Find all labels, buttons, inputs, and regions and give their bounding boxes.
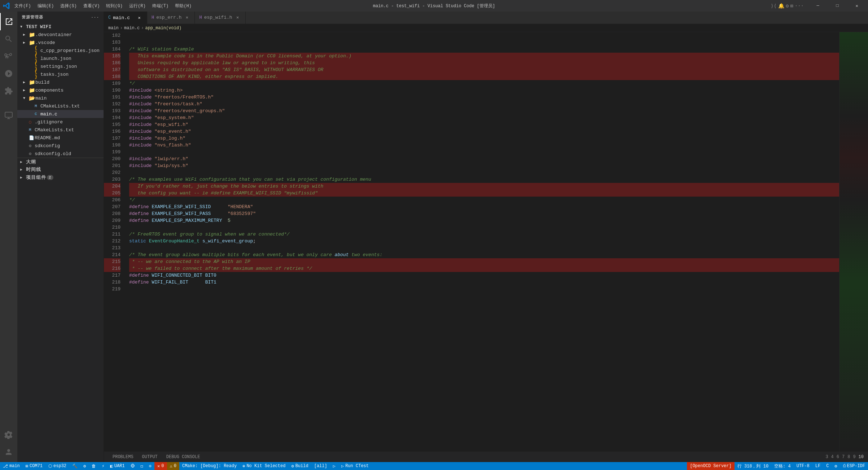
activity-account[interactable] xyxy=(0,443,17,461)
code-line xyxy=(129,224,839,231)
status-all[interactable]: [all] xyxy=(311,462,330,470)
code-line xyxy=(129,149,839,155)
tree-item[interactable]: ▶ 📁 components xyxy=(17,86,104,94)
tree-item[interactable]: { } tasks.json xyxy=(17,70,104,78)
breadcrumb-file[interactable]: main.c xyxy=(124,26,140,31)
tree-item[interactable]: ▼ 📂 main xyxy=(17,94,104,102)
menu-select[interactable]: 选择(S) xyxy=(57,1,80,10)
code-line: #include "lwip/sys.h" xyxy=(129,162,839,169)
sidebar-section-projects[interactable]: ▶ 项目组件 2 xyxy=(17,173,104,181)
close-button[interactable]: ✕ xyxy=(849,0,865,12)
activity-extensions[interactable] xyxy=(0,82,17,100)
code-content[interactable]: /* WiFi station Example This example cod… xyxy=(125,32,839,451)
panel-tab-output[interactable]: OUTPUT xyxy=(138,453,162,461)
panel-tab-problems[interactable]: PROBLEMS xyxy=(108,453,138,461)
status-monitor[interactable]: ⭗ xyxy=(128,462,138,470)
tree-item[interactable]: ⚙ sdkconfig xyxy=(17,142,104,150)
tab-main-c[interactable]: C main.c ✕ xyxy=(104,12,147,24)
activity-run[interactable] xyxy=(0,65,17,82)
tree-item[interactable]: 📄 README.md xyxy=(17,134,104,142)
breadcrumb-func[interactable]: app_main(void) xyxy=(145,26,181,31)
menu-file[interactable]: 文件(F) xyxy=(12,1,34,10)
code-line: * -- we failed to connect after the maxi… xyxy=(129,265,839,272)
tree-item[interactable]: ◌ .gitignore xyxy=(17,118,104,126)
minimize-button[interactable]: ─ xyxy=(810,0,826,12)
activity-git[interactable] xyxy=(0,48,17,65)
status-bar: ⎇ main ⊞ COM71 ⬡ esp32 🔨 ⚙ 🗑 ⚡ ◧ UAR1 ⭗ xyxy=(0,462,868,470)
tree-item[interactable]: { } c_cpp_properties.json xyxy=(17,47,104,54)
code-line: #include "nvs_flash.h" xyxy=(129,142,839,149)
status-run[interactable]: ▷ xyxy=(330,462,338,470)
menu-terminal[interactable]: 终端(T) xyxy=(149,1,172,10)
status-run-ctest[interactable]: ▷ Run CTest xyxy=(338,462,372,470)
tree-item-main-c[interactable]: C main.c xyxy=(17,110,104,118)
tree-item[interactable]: ▶ 📁 .vscode xyxy=(17,39,104,47)
tree-item[interactable]: ▶ 📁 .devcontainer xyxy=(17,31,104,39)
menu-help[interactable]: 帮助(H) xyxy=(172,1,194,10)
status-com[interactable]: ⊞ COM71 xyxy=(23,462,45,470)
status-uart[interactable]: ◧ UAR1 xyxy=(108,462,128,470)
status-settings-icon[interactable]: ⚙ xyxy=(80,462,89,470)
c-icon: C xyxy=(108,15,111,20)
tab-esp-wifi-h[interactable]: H esp_wifi.h ✕ xyxy=(195,12,245,24)
status-errors[interactable]: ✕ 0 xyxy=(154,462,167,470)
folder-icon: 📁 xyxy=(29,79,35,85)
panel-tab-debug[interactable]: DEBUG CONSOLE xyxy=(162,453,205,461)
menu-goto[interactable]: 转到(G) xyxy=(103,1,126,10)
notifications-icon[interactable]: 🔔 xyxy=(778,3,784,9)
tree-item[interactable]: ⚙ sdkconfig.old xyxy=(17,150,104,158)
tree-item[interactable]: M CMakeLists.txt xyxy=(17,102,104,110)
tree-item[interactable]: { } settings.json xyxy=(17,62,104,70)
status-esp-idf[interactable]: ⎙ ESP-IDF xyxy=(840,462,868,470)
status-kit[interactable]: ⊕ No Kit Selected xyxy=(240,462,288,470)
status-flash-icon[interactable]: ⚡ xyxy=(99,462,107,470)
activity-search[interactable] xyxy=(0,30,17,48)
status-screen[interactable]: ◻ xyxy=(138,462,146,470)
status-warnings[interactable]: ⚠ 0 xyxy=(167,462,179,470)
sidebar-section-outline[interactable]: ▶ 大纲 xyxy=(17,158,104,166)
sidebar-section-timeline[interactable]: ▶ 时间线 xyxy=(17,166,104,173)
tab-close-button[interactable]: ✕ xyxy=(184,14,190,21)
layout-icon[interactable]: ⊞ xyxy=(790,3,793,9)
maximize-button[interactable]: □ xyxy=(829,0,846,12)
tab-close-button[interactable]: ✕ xyxy=(136,14,143,21)
status-branch[interactable]: ⎇ main xyxy=(0,462,23,470)
tab-close-button[interactable]: ✕ xyxy=(234,14,241,21)
status-line-ending[interactable]: LF xyxy=(812,462,823,470)
tree-root[interactable]: ▼ TEST WIFI xyxy=(17,23,104,31)
sidebar-more-button[interactable]: ··· xyxy=(91,15,99,19)
settings-gear-icon[interactable]: ⚙ xyxy=(786,3,789,9)
activity-explorer[interactable] xyxy=(0,13,17,30)
status-clean-icon[interactable]: 🗑 xyxy=(89,462,99,470)
status-build-btn[interactable]: ⚙ Build xyxy=(288,462,311,470)
chip-label: esp32 xyxy=(53,464,66,469)
tree-item[interactable]: { } launch.json xyxy=(17,54,104,62)
code-line xyxy=(129,39,839,46)
status-encoding[interactable]: UTF-8 xyxy=(794,462,812,470)
activity-settings[interactable] xyxy=(0,426,17,443)
tree-item[interactable]: M CMakeLists.txt xyxy=(17,126,104,134)
menu-run[interactable]: 运行(R) xyxy=(126,1,149,10)
menu-edit[interactable]: 编辑(E) xyxy=(35,1,57,10)
status-device[interactable]: ⊙ xyxy=(146,462,154,470)
status-build-icon[interactable]: 🔨 xyxy=(69,462,80,470)
breadcrumb-main[interactable]: main xyxy=(108,26,119,31)
remote-icon[interactable]: ⟩⟨ xyxy=(771,3,777,9)
run-icon: ▷ xyxy=(333,464,336,469)
vscode-icon xyxy=(3,2,10,9)
menu-bar[interactable]: 文件(F) 编辑(E) 选择(S) 查看(V) 转到(G) 运行(R) 终端(T… xyxy=(12,1,194,10)
tab-esp-err-h[interactable]: H esp_err.h ✕ xyxy=(147,12,195,24)
menu-view[interactable]: 查看(V) xyxy=(80,1,103,10)
status-cmake-ready[interactable]: CMake: [Debug]: Ready xyxy=(179,462,240,470)
status-bar-left: ⎇ main ⊞ COM71 ⬡ esp32 🔨 ⚙ 🗑 ⚡ ◧ UAR1 ⭗ xyxy=(0,462,372,470)
status-openocd[interactable]: [OpenOCD Server] xyxy=(687,462,734,470)
status-spaces[interactable]: 空格: 4 xyxy=(771,462,794,470)
tree-item[interactable]: ▶ 📁 build xyxy=(17,78,104,86)
activity-remote[interactable] xyxy=(0,107,17,124)
status-position[interactable]: 行 318，列 10 xyxy=(735,462,771,470)
status-chip[interactable]: ⬡ esp32 xyxy=(45,462,69,470)
root-arrow: ▼ xyxy=(20,25,26,29)
more-icon[interactable]: ··· xyxy=(795,3,804,9)
status-language[interactable]: C xyxy=(823,462,832,470)
status-lang-settings[interactable]: ⚙ xyxy=(832,462,840,470)
